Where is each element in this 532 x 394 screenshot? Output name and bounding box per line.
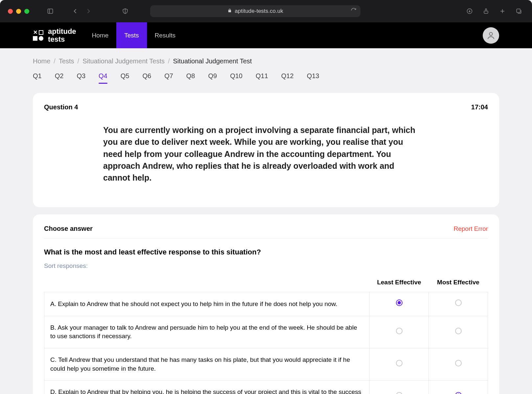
- report-error-link[interactable]: Report Error: [453, 225, 488, 232]
- option-row-c: C. Tell Andrew that you understand that …: [44, 348, 488, 381]
- option-text: A. Explain to Andrew that he should not …: [44, 292, 370, 316]
- question-tab-q2[interactable]: Q2: [55, 72, 64, 83]
- radio-most-b[interactable]: [455, 328, 462, 334]
- breadcrumb-separator: /: [168, 57, 170, 65]
- timer: 17:04: [471, 103, 488, 111]
- minimize-window-button[interactable]: [16, 9, 21, 14]
- radio-most-a[interactable]: [455, 299, 462, 306]
- breadcrumb-separator: /: [54, 57, 56, 65]
- svg-rect-0: [48, 9, 53, 13]
- lock-icon: [227, 8, 232, 14]
- answer-card: Choose answer Report Error What is the m…: [33, 214, 499, 394]
- option-row-d: D. Explain to Andrew that by helping you…: [44, 381, 488, 394]
- breadcrumb-item: Situational Judgement Test: [173, 57, 252, 65]
- radio-most-c[interactable]: [455, 360, 462, 366]
- question-tab-q5[interactable]: Q5: [121, 72, 129, 83]
- question-tab-q7[interactable]: Q7: [164, 72, 173, 83]
- sort-responses-label: Sort responses:: [44, 262, 488, 270]
- nav-home[interactable]: Home: [84, 22, 117, 48]
- svg-point-7: [489, 32, 492, 35]
- new-tab-icon[interactable]: [497, 6, 508, 16]
- option-text: D. Explain to Andrew that by helping you…: [44, 381, 370, 394]
- question-tab-q11[interactable]: Q11: [256, 72, 268, 83]
- nav-tests[interactable]: Tests: [116, 22, 147, 48]
- logo-mark-icon: ✕: [33, 30, 43, 41]
- url-bar[interactable]: aptitude-tests.co.uk: [150, 5, 360, 17]
- question-tab-q9[interactable]: Q9: [208, 72, 217, 83]
- question-tab-q13[interactable]: Q13: [307, 72, 319, 83]
- close-window-button[interactable]: [8, 9, 13, 14]
- forward-button-icon[interactable]: [83, 6, 94, 16]
- breadcrumb: Home/Tests/Situational Judgement Tests/S…: [33, 57, 499, 65]
- brand-logo[interactable]: ✕ aptitude tests: [33, 22, 76, 48]
- question-tab-q12[interactable]: Q12: [281, 72, 294, 83]
- user-avatar[interactable]: [483, 27, 499, 44]
- breadcrumb-separator: /: [78, 57, 80, 65]
- option-row-a: A. Explain to Andrew that he should not …: [44, 292, 488, 316]
- choose-answer-title: Choose answer: [44, 225, 93, 232]
- url-text: aptitude-tests.co.uk: [235, 8, 283, 14]
- svg-rect-6: [517, 9, 520, 12]
- question-tabs: Q1Q2Q3Q4Q5Q6Q7Q8Q9Q10Q11Q12Q13: [33, 72, 499, 83]
- question-tab-q3[interactable]: Q3: [77, 72, 85, 83]
- reload-icon[interactable]: [351, 8, 357, 15]
- radio-most-d[interactable]: [455, 392, 462, 394]
- option-row-b: B. Ask your manager to talk to Andrew an…: [44, 316, 488, 348]
- nav-results[interactable]: Results: [147, 22, 183, 48]
- page-body: Home/Tests/Situational Judgement Tests/S…: [0, 48, 532, 394]
- question-label: Question 4: [44, 103, 78, 111]
- options-table: Least Effective Most Effective A. Explai…: [44, 275, 488, 394]
- option-text: B. Ask your manager to talk to Andrew an…: [44, 316, 370, 348]
- breadcrumb-item[interactable]: Home: [33, 57, 50, 65]
- column-most-effective: Most Effective: [429, 275, 488, 292]
- browser-chrome: aptitude-tests.co.uk: [0, 0, 532, 22]
- subquestion: What is the most and least effective res…: [44, 248, 488, 256]
- radio-least-d[interactable]: [396, 392, 403, 394]
- question-tab-q1[interactable]: Q1: [33, 72, 42, 83]
- fullscreen-window-button[interactable]: [24, 9, 29, 14]
- share-icon[interactable]: [481, 6, 491, 16]
- question-tab-q4[interactable]: Q4: [99, 72, 107, 83]
- option-text: C. Tell Andrew that you understand that …: [44, 348, 370, 381]
- tab-overview-icon[interactable]: [514, 6, 524, 16]
- breadcrumb-item[interactable]: Tests: [59, 57, 74, 65]
- question-tab-q6[interactable]: Q6: [142, 72, 151, 83]
- brand-name: aptitude tests: [48, 28, 76, 43]
- brand-line1: aptitude: [48, 28, 76, 35]
- question-tab-q10[interactable]: Q10: [230, 72, 243, 83]
- window-controls: [8, 9, 29, 14]
- sidebar-toggle-icon[interactable]: [45, 6, 56, 16]
- radio-least-c[interactable]: [396, 360, 403, 366]
- site-header: ✕ aptitude tests HomeTestsResults: [0, 22, 532, 48]
- downloads-icon[interactable]: [464, 6, 475, 16]
- question-card: Question 4 17:04 You are currently worki…: [33, 93, 499, 207]
- privacy-shield-icon[interactable]: [120, 6, 130, 16]
- radio-least-a[interactable]: [396, 299, 403, 306]
- radio-least-b[interactable]: [396, 328, 403, 334]
- question-prompt: You are currently working on a project i…: [103, 124, 419, 184]
- back-button-icon[interactable]: [70, 6, 81, 16]
- breadcrumb-item[interactable]: Situational Judgement Tests: [82, 57, 165, 65]
- column-least-effective: Least Effective: [370, 275, 429, 292]
- brand-line2: tests: [48, 35, 76, 43]
- question-tab-q8[interactable]: Q8: [186, 72, 195, 83]
